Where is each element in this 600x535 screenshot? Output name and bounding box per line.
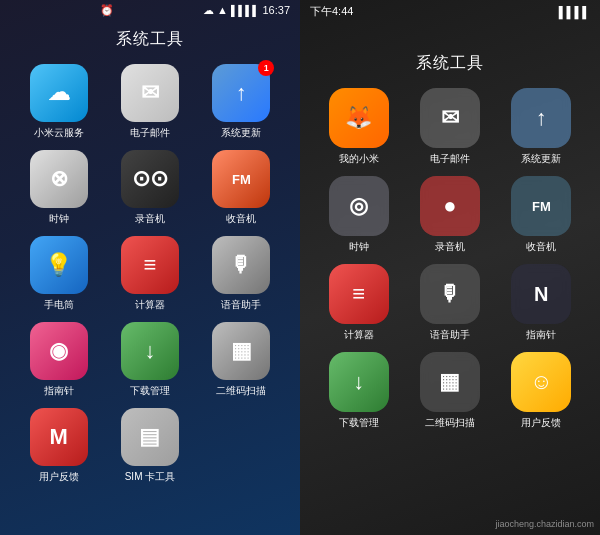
signal-right: ▌▌▌▌: [559, 6, 590, 18]
app-icon-recorder: ⊙⊙: [121, 150, 179, 208]
app-label-voice: 语音助手: [221, 298, 261, 312]
app-icon-right-compass: N: [511, 264, 571, 324]
status-bar-right: 下午4:44 ▌▌▌▌: [300, 0, 600, 23]
app-item-flashlight[interactable]: 💡手电筒: [16, 236, 101, 312]
clock-center-left: ⏰: [100, 4, 114, 17]
app-icon-sim: ▤: [121, 408, 179, 466]
app-icon-qr: ▦: [212, 322, 270, 380]
app-label-right-voice: 语音助手: [430, 328, 470, 342]
app-label-clock: 时钟: [49, 212, 69, 226]
app-item-qr[interactable]: ▦二维码扫描: [199, 322, 284, 398]
app-icon-cloud: ☁: [30, 64, 88, 122]
app-icon-update: ↑1: [212, 64, 270, 122]
app-label-right-calculator: 计算器: [344, 328, 374, 342]
app-label-right-clock: 时钟: [349, 240, 369, 254]
app-label-mail: 电子邮件: [130, 126, 170, 140]
app-icon-compass: ◉: [30, 322, 88, 380]
app-item-right-recorder[interactable]: ●录音机: [407, 176, 492, 254]
app-grid-left: ☁小米云服务✉电子邮件↑1系统更新⊗时钟⊙⊙录音机FM收音机💡手电筒≡计算器🎙语…: [0, 64, 300, 484]
app-label-qr: 二维码扫描: [216, 384, 266, 398]
app-icon-right-mi: 🦊: [329, 88, 389, 148]
app-label-calculator: 计算器: [135, 298, 165, 312]
app-icon-right-voice: 🎙: [420, 264, 480, 324]
app-icon-voice: 🎙: [212, 236, 270, 294]
app-icon-right-qr: ▦: [420, 352, 480, 412]
app-label-download: 下载管理: [130, 384, 170, 398]
app-item-right-feedback[interactable]: ☺用户反馈: [499, 352, 584, 430]
app-label-sim: SIM 卡工具: [125, 470, 176, 484]
app-item-cloud[interactable]: ☁小米云服务: [16, 64, 101, 140]
app-item-right-clock[interactable]: ◎时钟: [316, 176, 401, 254]
app-icon-right-update: ↑: [511, 88, 571, 148]
time-left: 16:37: [262, 4, 290, 16]
app-item-radio[interactable]: FM收音机: [199, 150, 284, 226]
app-item-right-calculator[interactable]: ≡计算器: [316, 264, 401, 342]
app-item-right-mi[interactable]: 🦊我的小米: [316, 88, 401, 166]
app-item-update[interactable]: ↑1系统更新: [199, 64, 284, 140]
app-item-voice[interactable]: 🎙语音助手: [199, 236, 284, 312]
app-item-clock[interactable]: ⊗时钟: [16, 150, 101, 226]
badge-update: 1: [258, 60, 274, 76]
app-item-calculator[interactable]: ≡计算器: [107, 236, 192, 312]
app-icon-flashlight: 💡: [30, 236, 88, 294]
app-icon-right-calculator: ≡: [329, 264, 389, 324]
app-label-right-update: 系统更新: [521, 152, 561, 166]
app-label-right-qr: 二维码扫描: [425, 416, 475, 430]
app-icon-right-feedback: ☺: [511, 352, 571, 412]
phone-right: 下午4:44 ▌▌▌▌ 系统工具 🦊我的小米✉电子邮件↑系统更新◎时钟●录音机F…: [300, 0, 600, 535]
app-item-right-radio[interactable]: FM收音机: [499, 176, 584, 254]
app-icon-right-clock: ◎: [329, 176, 389, 236]
app-item-right-download[interactable]: ↓下载管理: [316, 352, 401, 430]
app-label-right-download: 下载管理: [339, 416, 379, 430]
app-label-right-mail: 电子邮件: [430, 152, 470, 166]
app-icon-radio: FM: [212, 150, 270, 208]
app-label-feedback: 用户反馈: [39, 470, 79, 484]
app-item-right-compass[interactable]: N指南针: [499, 264, 584, 342]
app-icon-right-radio: FM: [511, 176, 571, 236]
app-item-download[interactable]: ↓下载管理: [107, 322, 192, 398]
app-item-recorder[interactable]: ⊙⊙录音机: [107, 150, 192, 226]
app-label-flashlight: 手电筒: [44, 298, 74, 312]
time-right: 下午4:44: [310, 4, 353, 19]
app-item-sim[interactable]: ▤SIM 卡工具: [107, 408, 192, 484]
app-icon-clock: ⊗: [30, 150, 88, 208]
page-title-right: 系统工具: [416, 53, 484, 74]
app-label-right-radio: 收音机: [526, 240, 556, 254]
status-icons-left: ☁ ▲ ▌▌▌▌ 16:37: [203, 4, 290, 17]
app-item-mail[interactable]: ✉电子邮件: [107, 64, 192, 140]
app-label-right-feedback: 用户反馈: [521, 416, 561, 430]
app-label-cloud: 小米云服务: [34, 126, 84, 140]
app-label-recorder: 录音机: [135, 212, 165, 226]
watermark-right: jiaocheng.chazidian.com: [495, 519, 594, 529]
signal-left: ▌▌▌▌: [231, 5, 259, 16]
app-label-update: 系统更新: [221, 126, 261, 140]
phone-left: ⏰ ☁ ▲ ▌▌▌▌ 16:37 系统工具 ☁小米云服务✉电子邮件↑1系统更新⊗…: [0, 0, 300, 535]
app-label-right-recorder: 录音机: [435, 240, 465, 254]
app-label-right-mi: 我的小米: [339, 152, 379, 166]
app-item-compass[interactable]: ◉指南针: [16, 322, 101, 398]
app-icon-mail: ✉: [121, 64, 179, 122]
app-item-right-qr[interactable]: ▦二维码扫描: [407, 352, 492, 430]
app-item-feedback[interactable]: M用户反馈: [16, 408, 101, 484]
app-label-radio: 收音机: [226, 212, 256, 226]
app-grid-right: 🦊我的小米✉电子邮件↑系统更新◎时钟●录音机FM收音机≡计算器🎙语音助手N指南针…: [300, 88, 600, 430]
app-label-compass: 指南针: [44, 384, 74, 398]
app-icon-right-mail: ✉: [420, 88, 480, 148]
page-title-left: 系统工具: [116, 29, 184, 50]
status-bar-left: ⏰ ☁ ▲ ▌▌▌▌ 16:37: [0, 0, 300, 21]
app-icon-download: ↓: [121, 322, 179, 380]
app-icon-right-recorder: ●: [420, 176, 480, 236]
app-item-right-voice[interactable]: 🎙语音助手: [407, 264, 492, 342]
app-icon-calculator: ≡: [121, 236, 179, 294]
app-item-right-update[interactable]: ↑系统更新: [499, 88, 584, 166]
app-icon-feedback: M: [30, 408, 88, 466]
app-icon-right-download: ↓: [329, 352, 389, 412]
app-label-right-compass: 指南针: [526, 328, 556, 342]
app-item-right-mail[interactable]: ✉电子邮件: [407, 88, 492, 166]
